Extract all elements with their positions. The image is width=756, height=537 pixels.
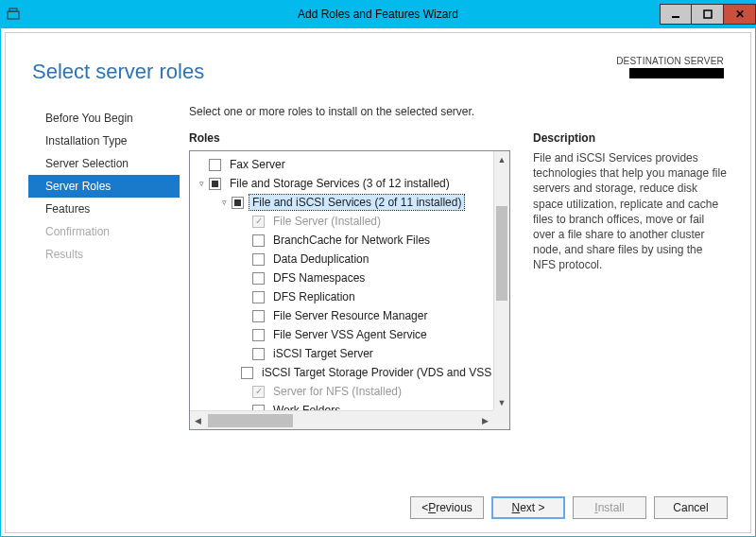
app-icon	[6, 7, 21, 22]
tree-node[interactable]: BranchCache for Network Files	[190, 231, 509, 250]
tree-node[interactable]: DFS Replication	[190, 287, 509, 306]
instruction-text: Select one or more roles to install on t…	[189, 105, 728, 118]
wizard-step-features[interactable]: Features	[28, 198, 180, 220]
tree-node[interactable]: Data Deduplication	[190, 250, 509, 268]
wizard-step-confirmation: Confirmation	[28, 220, 180, 243]
tree-node-label: DFS Replication	[270, 289, 358, 304]
tree-node-label: Server for NFS (Installed)	[270, 384, 404, 399]
title-bar: Add Roles and Features Wizard ✕	[0, 0, 756, 28]
wizard-step-results: Results	[28, 243, 180, 266]
checkbox[interactable]	[252, 348, 265, 360]
tree-node-label: File Server VSS Agent Service	[270, 327, 430, 342]
next-button[interactable]: Next >	[491, 496, 565, 519]
checkbox[interactable]	[241, 367, 253, 379]
checkbox	[252, 386, 265, 398]
checkbox[interactable]	[252, 310, 265, 322]
wizard-step-before-you-begin[interactable]: Before You Begin	[28, 107, 180, 130]
tree-node-label: iSCSI Target Storage Provider (VDS and V…	[259, 365, 509, 380]
previous-button[interactable]: < Previous	[410, 496, 484, 519]
tree-node[interactable]: DFS Namespaces	[190, 268, 509, 287]
tree-node-label: BranchCache for Network Files	[270, 233, 433, 248]
tree-node-label: File and Storage Services (3 of 12 insta…	[227, 176, 453, 191]
minimize-button[interactable]	[660, 4, 692, 25]
tree-node-label: File and iSCSI Services (2 of 11 install…	[249, 195, 464, 210]
checkbox[interactable]	[252, 272, 265, 285]
close-button[interactable]: ✕	[724, 4, 756, 25]
wizard-steps: Before You BeginInstallation TypeServer …	[28, 105, 180, 464]
destination-label: DESTINATION SERVER	[616, 56, 724, 66]
tree-node-label: Data Deduplication	[270, 251, 371, 267]
vertical-scrollbar[interactable]: ▲ ▼	[493, 151, 509, 410]
install-button: Install	[573, 496, 646, 519]
tree-node[interactable]: File Server Resource Manager	[190, 306, 509, 325]
wizard-step-server-selection[interactable]: Server Selection	[28, 152, 180, 175]
wizard-step-installation-type[interactable]: Installation Type	[28, 130, 180, 152]
cancel-button[interactable]: Cancel	[654, 496, 728, 519]
checkbox[interactable]	[209, 178, 221, 190]
tree-node: Server for NFS (Installed)	[190, 382, 509, 401]
tree-node[interactable]: iSCSI Target Server	[190, 344, 509, 363]
tree-node[interactable]: iSCSI Target Storage Provider (VDS and V…	[190, 363, 509, 382]
scroll-down-icon[interactable]: ▼	[494, 394, 509, 410]
expand-toggle-icon[interactable]: ▿	[218, 198, 230, 207]
destination-server-name	[629, 68, 724, 78]
scroll-left-icon[interactable]: ◀	[190, 411, 206, 429]
tree-node: File Server (Installed)	[190, 212, 509, 231]
tree-node-label: File Server Resource Manager	[270, 308, 430, 323]
wizard-step-server-roles[interactable]: Server Roles	[28, 175, 180, 198]
tree-node[interactable]: File Server VSS Agent Service	[190, 325, 509, 344]
window-title: Add Roles and Features Wizard	[0, 8, 756, 21]
scroll-up-icon[interactable]: ▲	[494, 151, 509, 167]
checkbox[interactable]	[209, 159, 221, 171]
maximize-button[interactable]	[692, 4, 724, 25]
tree-node-label: iSCSI Target Server	[270, 346, 376, 361]
checkbox[interactable]	[252, 234, 265, 247]
description-heading: Description	[533, 131, 728, 145]
checkbox[interactable]	[232, 197, 244, 209]
roles-tree[interactable]: Fax Server▿File and Storage Services (3 …	[189, 150, 510, 430]
tree-node[interactable]: ▿File and Storage Services (3 of 12 inst…	[190, 174, 509, 193]
tree-node-label: File Server (Installed)	[270, 214, 384, 229]
horizontal-scrollbar[interactable]: ◀ ▶	[190, 410, 493, 429]
tree-node[interactable]: ▿File and iSCSI Services (2 of 11 instal…	[190, 193, 509, 212]
tree-node[interactable]: Fax Server	[190, 155, 509, 174]
svg-rect-1	[9, 9, 17, 11]
svg-rect-3	[704, 10, 712, 18]
checkbox	[252, 216, 265, 228]
destination-server-box: DESTINATION SERVER	[616, 56, 724, 80]
scroll-right-icon[interactable]: ▶	[477, 411, 493, 429]
checkbox[interactable]	[252, 291, 265, 303]
roles-heading: Roles	[189, 131, 510, 145]
description-text: File and iSCSI Services provides technol…	[533, 150, 728, 273]
expand-toggle-icon[interactable]: ▿	[196, 179, 207, 188]
scroll-thumb-h[interactable]	[208, 414, 293, 427]
tree-node-label: Fax Server	[227, 157, 288, 172]
checkbox[interactable]	[252, 329, 265, 341]
svg-rect-0	[8, 11, 19, 19]
tree-node-label: DFS Namespaces	[270, 270, 368, 286]
scroll-corner	[493, 410, 509, 429]
checkbox[interactable]	[252, 253, 265, 266]
scroll-thumb[interactable]	[496, 206, 507, 301]
